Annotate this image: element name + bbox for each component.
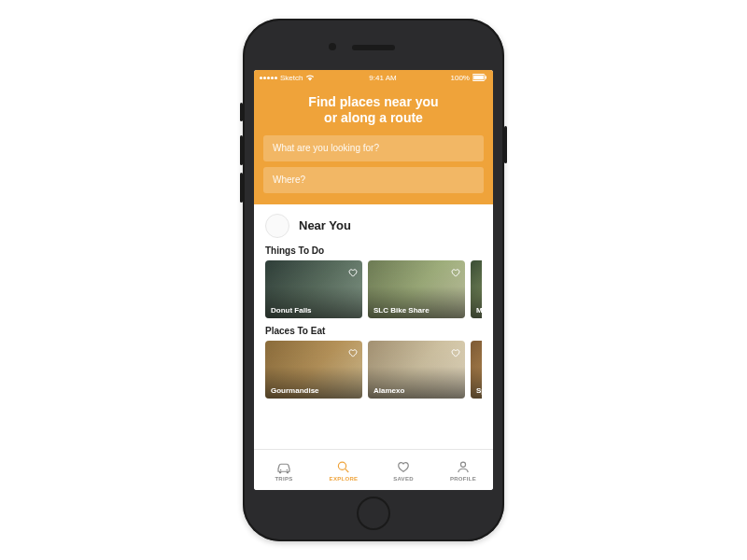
card-eat-0[interactable]: Gourmandise: [265, 341, 362, 399]
phone-camera: [329, 43, 336, 50]
battery-icon: [472, 74, 487, 81]
section-things-to-do: Things To Do Donut Falls S: [254, 244, 493, 324]
card-eat-1[interactable]: Alamexo: [368, 341, 465, 399]
card-things-1[interactable]: SLC Bike Share: [368, 260, 465, 318]
header-title: Find places near you or along a route: [263, 94, 484, 126]
phone-speaker: [352, 45, 395, 50]
favorite-icon[interactable]: [451, 344, 460, 361]
section-places-to-eat: Places To Eat Gourmandise: [254, 324, 493, 404]
profile-icon: [455, 459, 472, 475]
search-header: Find places near you or along a route: [254, 85, 493, 204]
signal-dots-icon: [260, 77, 277, 79]
search-where-input[interactable]: [263, 167, 484, 193]
card-title: Donut Falls: [271, 306, 312, 315]
phone-volume-up: [240, 135, 243, 165]
content-scroll[interactable]: Near You Things To Do Donut Falls: [254, 204, 493, 449]
phone-frame: Sketch 9:41 AM 100% Find places near you…: [243, 19, 504, 541]
card-title: M: [476, 306, 482, 315]
search-icon: [335, 459, 352, 475]
eat-cards-row[interactable]: Gourmandise Alamexo Sp: [265, 341, 482, 399]
tab-explore[interactable]: EXPLORE: [314, 450, 374, 490]
card-title: Sp: [476, 386, 482, 395]
phone-mute-switch: [240, 103, 243, 121]
card-title: SLC Bike Share: [374, 306, 430, 315]
svg-point-7: [460, 462, 465, 467]
status-bar: Sketch 9:41 AM 100%: [254, 70, 493, 85]
phone-power-button: [504, 126, 507, 163]
tab-label: SAVED: [393, 476, 414, 482]
app-screen: Sketch 9:41 AM 100% Find places near you…: [254, 70, 493, 490]
tab-label: EXPLORE: [330, 476, 359, 482]
svg-rect-2: [485, 77, 486, 79]
svg-line-6: [345, 469, 349, 472]
phone-home-button[interactable]: [357, 497, 390, 530]
card-things-2[interactable]: M: [471, 260, 482, 318]
favorite-icon[interactable]: [348, 344, 358, 361]
section-title-things: Things To Do: [265, 245, 482, 256]
tab-trips[interactable]: TRIPS: [254, 450, 314, 490]
card-title: Alamexo: [374, 386, 404, 395]
near-you-row: Near You: [254, 204, 493, 244]
tab-bar: TRIPS EXPLORE SAVED PROFILE: [254, 449, 493, 490]
things-cards-row[interactable]: Donut Falls SLC Bike Share M: [265, 260, 482, 318]
battery-label: 100%: [451, 74, 470, 82]
tab-label: TRIPS: [275, 476, 292, 482]
wifi-icon: [305, 74, 315, 81]
favorite-icon[interactable]: [451, 264, 460, 281]
tab-profile[interactable]: PROFILE: [433, 450, 493, 490]
near-you-label: Near You: [299, 218, 351, 232]
svg-rect-1: [473, 76, 484, 80]
status-time: 9:41 AM: [369, 74, 396, 82]
card-things-0[interactable]: Donut Falls: [265, 260, 362, 318]
header-title-line1: Find places near you: [308, 94, 438, 109]
card-eat-2[interactable]: Sp: [471, 341, 482, 399]
carrier-label: Sketch: [280, 74, 303, 82]
search-what-input[interactable]: [263, 135, 484, 161]
favorite-icon[interactable]: [348, 264, 358, 281]
section-title-eat: Places To Eat: [265, 326, 482, 336]
phone-volume-down: [240, 173, 243, 203]
car-icon: [275, 459, 292, 475]
card-title: Gourmandise: [271, 386, 319, 395]
tab-label: PROFILE: [450, 476, 476, 482]
svg-point-3: [280, 469, 282, 470]
heart-icon: [395, 459, 412, 475]
header-title-line2: or along a route: [324, 110, 423, 125]
svg-point-4: [287, 469, 289, 470]
svg-point-5: [338, 462, 345, 469]
location-dot-icon: [265, 214, 289, 238]
tab-saved[interactable]: SAVED: [374, 450, 433, 490]
